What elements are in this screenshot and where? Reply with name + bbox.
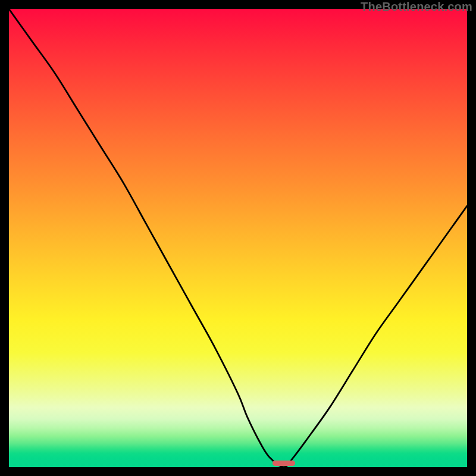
optimal-range-marker <box>273 461 296 466</box>
watermark-text: TheBottleneck.com <box>361 0 472 14</box>
bottleneck-curve <box>9 9 467 467</box>
plot-area <box>9 9 467 467</box>
chart-frame: TheBottleneck.com <box>0 0 476 476</box>
